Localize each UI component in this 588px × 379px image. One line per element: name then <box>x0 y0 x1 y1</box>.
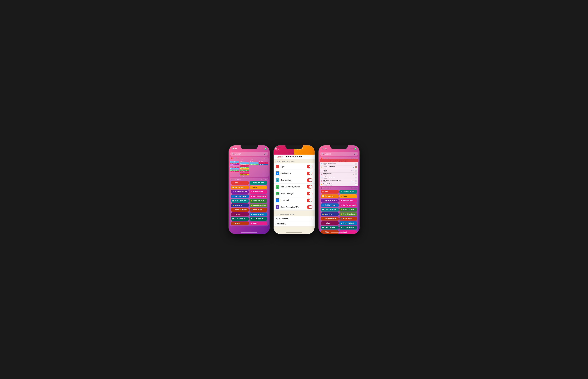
shortcut-home-3[interactable]: ⌂Home <box>340 194 357 198</box>
alarm-icon: ✋ <box>251 200 253 202</box>
shortcut-preview-1[interactable]: ≡Preview Highlights <box>231 208 249 212</box>
cal-item-start-writing[interactable]: Start writing iPad Diaries on Luna 3:00 … <box>320 179 358 183</box>
search-bar-3[interactable]: 🔍 Search 🎤 <box>320 152 358 156</box>
shortcut-health-3[interactable]: ♥Health <box>340 230 357 234</box>
shortcuts-show-less-1[interactable]: Show Less <box>261 178 267 180</box>
settings-row-phone[interactable]: 📞 Join Meeting by Phone <box>274 184 315 190</box>
cal-item-edit-eventail[interactable]: Edit Eventail post 12:00 PM ✓ <box>320 173 358 176</box>
shortcut-maclaunchers-3[interactable]: ⬜Mac Launchers <box>321 194 339 198</box>
home-indicator-1[interactable] <box>241 232 257 233</box>
cal-time: 11:00 AM <box>240 161 249 162</box>
home-indicator-3[interactable] <box>331 232 347 233</box>
shortcut-playlist-3[interactable]: ♥Our Playlist + Mood <box>340 203 357 207</box>
shortcut-siren-disarm-3[interactable]: 🔔Alarm Siren Disarm <box>340 212 357 216</box>
shortcut-timezone-3[interactable]: 🌐Multi-Time Zones <box>321 203 339 207</box>
mic-icon[interactable]: 🎤 <box>264 153 266 155</box>
shortcut-alarm-3[interactable]: ✋Alarm: Arm Home <box>340 208 357 211</box>
search-icon-3: 🔍 <box>322 153 324 155</box>
battery-icon: ■ <box>264 148 266 150</box>
cal-item-finish-ever[interactable]: Finish EverSafari post 11:00 AM ✓ <box>320 166 358 169</box>
shortcut-playlist-1[interactable]: ♥Our Playlist + Mood <box>249 194 267 198</box>
settings-row-open[interactable]: — Open <box>274 163 315 170</box>
shortcut-playlists-3[interactable]: ♪Playlists <box>321 221 339 225</box>
shortcut-cblink-1[interactable]: ✏← Clipboard Link <box>249 217 267 221</box>
item-dot <box>321 167 322 168</box>
show-less-1[interactable]: Show Less <box>261 157 267 159</box>
mic-icon-3[interactable]: 🎤 <box>354 153 356 155</box>
home-indicator-2[interactable] <box>286 232 302 233</box>
shortcut-icloud-3[interactable]: ☁iCloud Clipboard <box>340 221 357 225</box>
phone-toggle[interactable] <box>307 185 312 189</box>
health-icon: ♥ <box>251 222 253 224</box>
shortcut-media-3[interactable]: ★Media Controls <box>340 199 357 203</box>
media-icon-3: ★ <box>340 200 342 202</box>
navigate-toggle[interactable] <box>307 172 312 175</box>
cal-event: Back up photos <box>249 164 259 165</box>
shortcut-utilities-1[interactable]: ⚙Utilities <box>231 221 249 225</box>
cal-item-record[interactable]: Record AppStories 7:30 PM – 8:00 PM <box>320 183 358 186</box>
cal-item-apple2fa[interactable]: Apple 2FA 11:00 AM ⊗ ✓ <box>320 169 358 173</box>
shortcut-appleframes-1[interactable]: ⬜Apple Frames (iOS) <box>231 199 249 203</box>
option-fantastical-cal[interactable]: Fantastical 2 <box>274 221 315 226</box>
eventail-header-1: 🔴 EVENTAIL Show Less <box>230 157 269 159</box>
item-time: 7:30 PM – 8:00 PM <box>323 185 354 186</box>
shortcut-showcb-3[interactable]: ⬜Show Clipboard <box>321 226 339 229</box>
shortcut-social-1[interactable]: 👥Social Things <box>249 208 267 212</box>
meeting-toggle[interactable] <box>307 178 312 182</box>
shortcut-showcb-1[interactable]: ⬜Show Clipboard <box>231 217 249 221</box>
settings-row-navigate[interactable]: ✈ Navigate To <box>274 170 315 177</box>
shortcut-preview-3[interactable]: ≡Preview Highlights <box>321 217 339 221</box>
settings-row-mail[interactable]: ✉ Send Mail <box>274 197 315 204</box>
shortcut-health-1[interactable]: ♥Health <box>249 221 267 225</box>
clipboard-icon-3: ⬜ <box>322 227 324 229</box>
shortcut-work-3[interactable]: ★Work <box>321 190 339 193</box>
item-title: Start writing iPad Diaries on Luna <box>323 180 351 181</box>
shortcut-cblink-3[interactable]: ✏← Clipboard Link <box>340 226 357 229</box>
option-apple-calendar[interactable]: Apple Calendar ✓ <box>274 216 315 221</box>
cal-time: 11:00 AM <box>259 161 268 162</box>
dot-active <box>294 153 294 154</box>
shortcut-media-1[interactable]: ★Media Controls <box>249 190 267 194</box>
eventail-title-3: EVENTAIL <box>323 157 329 159</box>
shortcut-icloud-1[interactable]: ☁iCloud Clipboard <box>249 212 267 216</box>
shortcut-label-3: Apple Frames (iOS) <box>325 209 337 210</box>
utilities-icon-3: ⚙ <box>322 231 324 233</box>
shortcut-label: Reminders Actions <box>235 191 247 192</box>
show-less-3[interactable]: Show Less <box>351 157 357 159</box>
url-toggle[interactable] <box>307 205 312 209</box>
settings-row-url[interactable]: 🔗 Open Associated URL <box>274 204 315 210</box>
siren-icon: 🔔 <box>232 204 234 206</box>
navigate-label: Navigate To <box>281 172 305 174</box>
settings-back-button[interactable]: ‹ Settings <box>276 156 283 158</box>
shortcut-alarm-1[interactable]: ✋Alarm: Arm Home <box>249 199 267 203</box>
eventail-title-1: EVENTAIL <box>233 157 239 159</box>
shortcut-goodtask-1[interactable]: ✓GoodTask Views <box>249 181 267 185</box>
shortcut-siren-disarm-1[interactable]: 🔔Alarm Siren Disarm <box>249 204 267 207</box>
cal-item-listen[interactable]: Listen to Ryan audio file 11:00 AM ✓ <box>320 162 358 166</box>
message-toggle[interactable] <box>307 192 312 195</box>
cal-item-finish-app[interactable]: Finish AppStories notes 2:00 PM ✓ <box>320 176 358 179</box>
enabled-interactions-header: ENABLED INTERACTIONS <box>274 159 315 163</box>
shortcut-label-3: Media Controls <box>343 200 353 201</box>
shortcut-utilities-3[interactable]: ⚙Utilities <box>321 230 339 234</box>
open-toggle[interactable] <box>307 165 312 168</box>
fantastical-cal-label: Fantastical 2 <box>276 223 312 225</box>
settings-row-message[interactable]: 💬 Send Message <box>274 190 315 197</box>
mail-toggle[interactable] <box>307 199 312 202</box>
shortcut-playlists-1[interactable]: ♪Playlists <box>231 212 249 216</box>
shortcut-reminders-1[interactable]: ✓Reminders Actions <box>231 190 249 194</box>
settings-row-meeting[interactable]: 📹 Join Meeting <box>274 177 315 184</box>
shortcut-siren-1[interactable]: 🔔Alarm Siren <box>231 204 249 207</box>
shortcut-reminders-3[interactable]: ✓Reminders Actions <box>321 199 339 203</box>
search-bar-1[interactable]: 🔍 Search 🎤 <box>230 152 268 156</box>
shortcut-work-1[interactable]: ★Work <box>231 181 249 185</box>
shortcut-social-3[interactable]: 👥Social Things <box>340 217 357 221</box>
shortcut-goodtask-3[interactable]: ✓GoodTask Views <box>340 190 357 193</box>
shortcuts-show-less-3[interactable]: Show Less <box>351 187 357 189</box>
search-placeholder-3: Search <box>325 153 353 155</box>
shortcut-maclaunchers-1[interactable]: ⬜Mac Launchers <box>231 186 249 189</box>
shortcut-siren-3[interactable]: 🔔Alarm Siren <box>321 212 339 216</box>
shortcut-timezone-1[interactable]: 🌐Multi-Time Zones <box>231 194 249 198</box>
shortcut-home-1[interactable]: ⌂Home <box>249 186 267 189</box>
shortcut-appleframes-3[interactable]: ⬜Apple Frames (iOS) <box>321 208 339 211</box>
